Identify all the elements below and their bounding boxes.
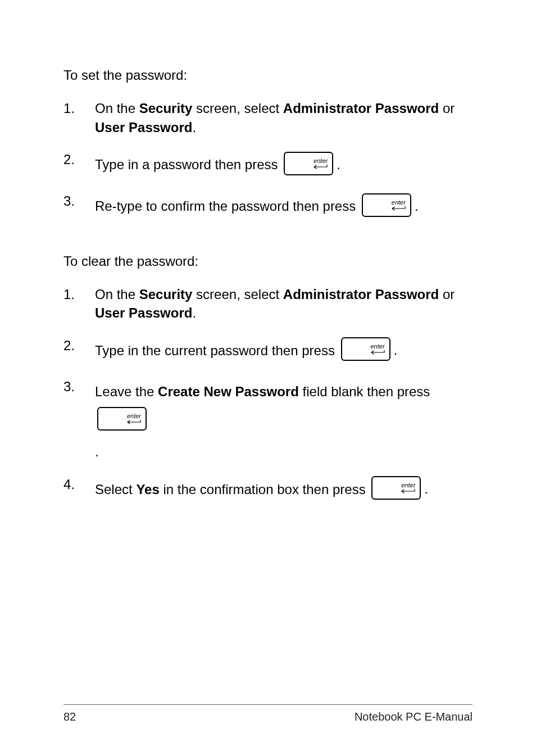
step-number: 3. (63, 377, 95, 396)
enter-key-icon: enter (371, 476, 421, 500)
step-clear-3: 3. Leave the Create New Password field b… (63, 377, 473, 461)
return-arrow-icon (390, 206, 406, 211)
bold-security: Security (139, 287, 193, 302)
text: or (439, 101, 455, 116)
steps-set: 1. On the Security screen, select Admini… (63, 99, 473, 220)
return-arrow-icon (399, 489, 415, 494)
enter-key-icon: enter (97, 407, 147, 431)
text: Re-type to confirm the password then pre… (95, 198, 360, 214)
key-label: enter (370, 343, 384, 350)
return-arrow-icon (369, 350, 385, 355)
text: field blank then press (299, 384, 430, 399)
key-label: enter (127, 413, 141, 419)
text: . (192, 120, 196, 135)
enter-key-icon: enter (341, 337, 390, 361)
step-number: 2. (63, 150, 95, 169)
text: or (439, 287, 455, 302)
step-clear-4: 4. Select Yes in the confirmation box th… (63, 475, 473, 503)
step-clear-1: 1. On the Security screen, select Admini… (63, 285, 473, 323)
footer-divider (63, 704, 473, 705)
step-set-2: 2. Type in a password then press enter . (63, 150, 473, 178)
text: Leave the (95, 384, 158, 399)
text: Select (95, 481, 136, 496)
step-number: 4. (63, 475, 95, 494)
step-number: 3. (63, 192, 95, 211)
text: Type in a password then press (95, 157, 281, 172)
return-arrow-icon (125, 420, 141, 424)
bold-user-password: User Password (95, 120, 192, 135)
step-body: Type in the current password then press … (95, 336, 473, 364)
bold-security: Security (139, 101, 193, 116)
period: . (337, 157, 340, 172)
step-set-3: 3. Re-type to confirm the password then … (63, 192, 473, 220)
key-label: enter (392, 200, 406, 206)
page-footer: 82 Notebook PC E-Manual (63, 704, 473, 723)
step-body: Select Yes in the confirmation box then … (95, 475, 473, 503)
bold-yes: Yes (136, 481, 159, 496)
period: . (415, 198, 419, 214)
step-clear-2: 2. Type in the current password then pre… (63, 336, 473, 364)
page-number: 82 (63, 710, 76, 723)
step-number: 1. (63, 99, 95, 118)
step-body: On the Security screen, select Administr… (95, 99, 473, 137)
return-arrow-icon (312, 165, 328, 169)
page-content: To set the password: 1. On the Security … (0, 0, 536, 503)
step-number: 2. (63, 336, 95, 355)
text: . (192, 305, 196, 320)
step-set-1: 1. On the Security screen, select Admini… (63, 99, 473, 137)
key-label: enter (401, 482, 415, 488)
bold-user-password: User Password (95, 305, 192, 320)
orphan-period: . (95, 442, 473, 461)
enter-key-icon: enter (362, 193, 411, 217)
section-clear-intro: To clear the password: (63, 253, 473, 269)
text: in the confirmation box then press (160, 481, 370, 496)
step-body: Re-type to confirm the password then pre… (95, 192, 473, 220)
step-number: 1. (63, 285, 95, 304)
step-body: Type in a password then press enter . (95, 150, 473, 178)
bold-admin-password: Administrator Password (283, 287, 439, 302)
step-body: On the Security screen, select Administr… (95, 285, 473, 323)
text: screen, select (192, 287, 283, 302)
key-label: enter (314, 158, 328, 164)
text: Type in the current password then press (95, 342, 339, 357)
period: . (394, 342, 398, 357)
bold-admin-password: Administrator Password (283, 101, 439, 116)
text: screen, select (192, 101, 283, 116)
bold-create-new-password: Create New Password (158, 384, 299, 399)
text: On the (95, 287, 139, 302)
step-body: Leave the Create New Password field blan… (95, 377, 473, 461)
period: . (424, 481, 428, 496)
manual-title: Notebook PC E-Manual (355, 710, 473, 723)
enter-key-icon: enter (284, 152, 333, 175)
text: On the (95, 101, 139, 116)
steps-clear: 1. On the Security screen, select Admini… (63, 285, 473, 503)
section-set-intro: To set the password: (63, 67, 473, 83)
